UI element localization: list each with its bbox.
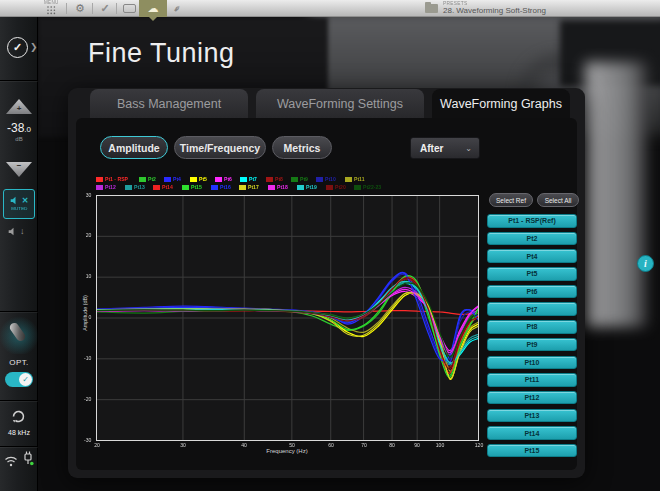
- point-button-pt7[interactable]: Pt7: [487, 302, 577, 316]
- legend-item: Pt9: [291, 176, 309, 182]
- legend-item: Pt16: [211, 184, 233, 190]
- tick-label: 60: [322, 442, 339, 447]
- legend-label: Pt7: [249, 176, 257, 181]
- point-button-pt8[interactable]: Pt8: [487, 320, 577, 334]
- legend-swatch-icon: [96, 177, 103, 182]
- legend-swatch-icon: [297, 185, 304, 190]
- presets-indicator[interactable]: PRESETS 28. Waveforming Soft-Strong: [443, 1, 546, 15]
- legend-item: Pt14: [153, 184, 175, 190]
- current-preset-name: 28. Waveforming Soft-Strong: [443, 6, 546, 15]
- legend-item: Pt19: [297, 184, 319, 190]
- point-button-pt12[interactable]: Pt12: [487, 391, 577, 405]
- tab-bass-management[interactable]: Bass Management: [90, 89, 248, 118]
- chevron-right-icon[interactable]: ❯: [30, 42, 38, 52]
- legend-swatch-icon: [291, 177, 298, 182]
- page-title: Fine Tuning: [88, 38, 235, 69]
- select-all-button[interactable]: Select All: [537, 193, 579, 207]
- toggle-knob: ✓: [19, 373, 32, 386]
- legend-swatch-icon: [211, 185, 218, 190]
- point-button-pt13[interactable]: Pt13: [487, 409, 577, 423]
- legend-item: Pt1 - RSP: [96, 176, 132, 182]
- legend-label: Pt6: [224, 176, 232, 181]
- tick-label: 50: [283, 442, 300, 447]
- legend-row-2: Pt12Pt13Pt14Pt15Pt16Pt17Pt18Pt19Pt20Pt22…: [96, 184, 385, 190]
- tick-label: 20: [73, 233, 92, 238]
- point-button-pt2[interactable]: Pt2: [487, 232, 577, 246]
- speaker-mute-icon: ✕: [10, 196, 29, 205]
- legend-label: Pt22-23: [363, 184, 381, 189]
- network-plug-icon[interactable]: [22, 451, 34, 471]
- point-button-pt9[interactable]: Pt9: [487, 338, 577, 352]
- legend-label: Pt12: [105, 184, 116, 189]
- dim-button[interactable]: ↓: [8, 227, 25, 236]
- volume-readout: -38.0: [0, 121, 38, 135]
- preset-folder-icon[interactable]: [425, 4, 438, 13]
- legend-label: Pt9: [300, 176, 308, 181]
- chevron-down-icon: ⌄: [465, 144, 472, 153]
- wifi-icon[interactable]: [4, 453, 18, 471]
- point-button-pt14[interactable]: Pt14: [487, 426, 577, 440]
- sync-refresh-icon[interactable]: [10, 408, 27, 429]
- point-button-pt11[interactable]: Pt11: [487, 373, 577, 387]
- display-icon[interactable]: [120, 0, 138, 17]
- legend-item: Pt8: [266, 176, 284, 182]
- subtab-time-frequency[interactable]: Time/Frequency: [174, 136, 266, 159]
- volume-up-label: +: [6, 104, 32, 113]
- presets-label: PRESETS: [443, 1, 525, 6]
- top-toolbar: MENU ⚙ ✓ ☁ ✒ PRESETS 28. Waveforming Sof…: [0, 0, 660, 17]
- tab-waveforming-graphs[interactable]: WaveForming Graphs: [432, 89, 570, 118]
- point-button-pt1[interactable]: Pt1 - RSP(Ref): [487, 214, 577, 228]
- legend-swatch-icon: [239, 185, 246, 190]
- tick-label: 10: [73, 274, 92, 279]
- select-ref-button[interactable]: Select Ref: [489, 193, 533, 207]
- legend-label: Pt15: [191, 184, 202, 189]
- tick-label: 0: [73, 314, 92, 319]
- opt-label: OPT.: [0, 358, 38, 367]
- settings-gear-icon[interactable]: ⚙: [72, 0, 88, 17]
- menu-grid-icon[interactable]: [47, 6, 49, 8]
- point-button-pt15[interactable]: Pt15: [487, 444, 577, 458]
- legend-swatch-icon: [139, 177, 146, 182]
- cloud-tab-pointer: [149, 17, 157, 21]
- tick-label: 120: [470, 442, 487, 447]
- tick-label: -10: [73, 355, 92, 360]
- point-button-pt4[interactable]: Pt4: [487, 249, 577, 263]
- subtab-amplitude[interactable]: Amplitude: [100, 136, 168, 159]
- point-button-pt5[interactable]: Pt5: [487, 267, 577, 281]
- sidebar-divider: [0, 311, 38, 312]
- legend-swatch-icon: [164, 177, 171, 182]
- legend-label: Pt11: [354, 176, 364, 181]
- pen-icon[interactable]: ✒: [170, 0, 184, 17]
- point-button-pt10[interactable]: Pt10: [487, 356, 577, 370]
- legend-swatch-icon: [240, 177, 247, 182]
- info-button[interactable]: i: [637, 255, 654, 272]
- toolbar-separator: [66, 3, 67, 14]
- tick-label: 40: [236, 442, 253, 447]
- tab-waveforming-settings[interactable]: WaveForming Settings: [256, 89, 424, 118]
- toolbar-separator: [92, 3, 93, 14]
- optimization-toggle[interactable]: ✓: [5, 372, 33, 387]
- legend-label: Pt19: [306, 184, 317, 189]
- microphone-capsule: [8, 321, 27, 343]
- sidebar-divider: [0, 80, 38, 81]
- legend-swatch-icon: [190, 177, 197, 182]
- trinnov-logo-icon[interactable]: ✓: [7, 37, 28, 58]
- sidebar-divider: [0, 400, 38, 401]
- legend-label: Pt18: [277, 184, 288, 189]
- subtab-metrics[interactable]: Metrics: [272, 136, 332, 159]
- legend-item: Pt20: [326, 184, 348, 190]
- legend-item: Pt11: [345, 176, 366, 182]
- calibration-check-icon[interactable]: ✓: [97, 0, 113, 17]
- tick-label: 80: [384, 442, 401, 447]
- legend-item: Pt12: [96, 184, 118, 190]
- point-button-pt6[interactable]: Pt6: [487, 285, 577, 299]
- legend-label: Pt20: [335, 184, 346, 189]
- legend-swatch-icon: [153, 185, 160, 190]
- mute-button[interactable]: ✕ MUTED: [3, 189, 35, 219]
- legend-swatch-icon: [354, 185, 361, 190]
- legend-swatch-icon: [96, 185, 103, 190]
- legend-label: Pt10: [325, 176, 336, 181]
- legend-row-1: Pt1 - RSPPt2Pt4Pt5Pt6Pt7Pt8Pt9Pt10Pt11: [96, 176, 366, 182]
- cloud-presets-icon[interactable]: ☁: [139, 0, 167, 17]
- before-after-dropdown[interactable]: After ⌄: [410, 137, 480, 159]
